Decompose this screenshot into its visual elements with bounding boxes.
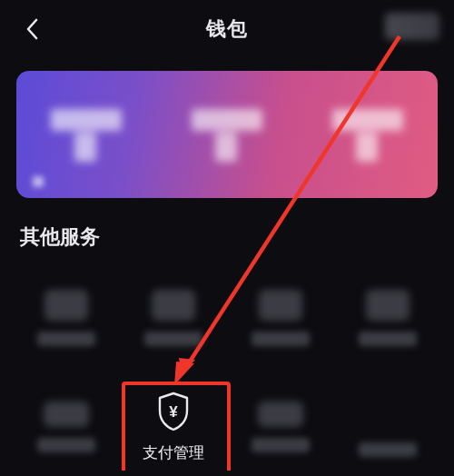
- grid-row: [13, 263, 441, 372]
- page-title: 钱包: [206, 15, 248, 43]
- blurred-label: [144, 332, 202, 346]
- service-item[interactable]: [120, 263, 227, 372]
- service-item[interactable]: [334, 263, 441, 372]
- banner-blurred-content: [327, 104, 409, 165]
- svg-text:¥: ¥: [169, 403, 178, 421]
- banner-blurred-content: [45, 104, 127, 165]
- service-item[interactable]: [227, 372, 334, 476]
- wallet-balance-banner[interactable]: [16, 71, 438, 198]
- service-item-payment-management[interactable]: ¥ 支付管理: [120, 372, 227, 476]
- blurred-icon: [259, 290, 302, 321]
- blurred-label: [359, 442, 417, 457]
- blurred-icon: [152, 290, 195, 321]
- service-item[interactable]: [13, 372, 120, 476]
- chevron-left-icon: [24, 16, 42, 42]
- blurred-icon: [366, 290, 410, 321]
- header-bar: 钱包: [0, 0, 454, 58]
- back-button[interactable]: [11, 0, 54, 58]
- blurred-icon: [258, 402, 303, 427]
- shield-yen-icon: ¥: [155, 392, 192, 431]
- blurred-label: [37, 438, 95, 452]
- banner-blurred-content: [186, 104, 268, 165]
- service-item[interactable]: [13, 263, 120, 372]
- header-action[interactable]: [385, 13, 439, 40]
- grid-row: ¥ 支付管理: [13, 372, 441, 476]
- banner-blurred-content: [33, 176, 44, 187]
- blurred-label: [252, 332, 310, 346]
- service-item-label: 支付管理: [143, 442, 204, 463]
- service-item[interactable]: [227, 263, 334, 372]
- bottom-crop-fade: [0, 471, 454, 476]
- other-services-grid: ¥ 支付管理: [0, 258, 454, 476]
- service-item[interactable]: [334, 372, 441, 476]
- section-title-other-services: 其他服务: [20, 223, 434, 251]
- blurred-icon: [44, 402, 89, 427]
- blurred-icon: [44, 290, 88, 321]
- blurred-label: [37, 332, 95, 346]
- blurred-label: [252, 438, 310, 452]
- blurred-label: [359, 332, 417, 346]
